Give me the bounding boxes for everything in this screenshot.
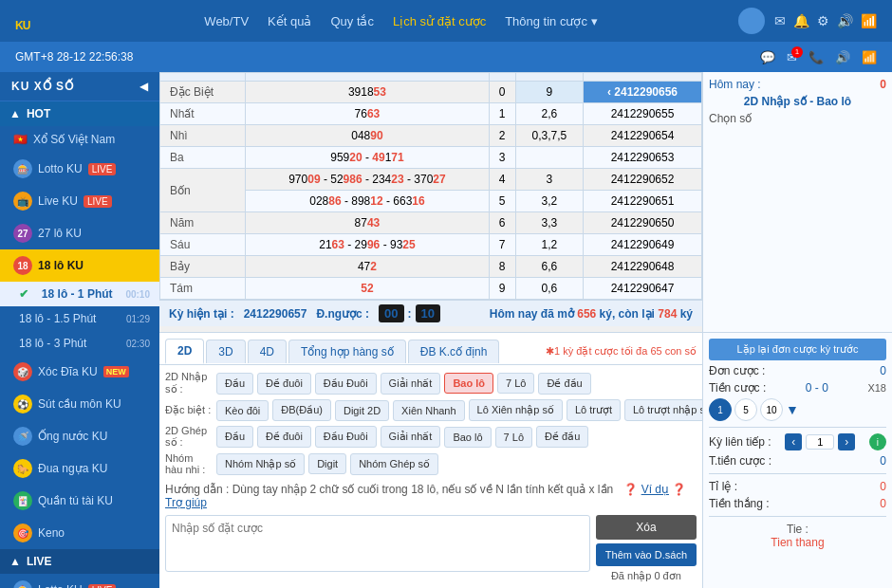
sidebar-item-27loku[interactable]: 27 27 lô KU [0,217,159,249]
mail-icon[interactable]: ✉1 [787,50,797,64]
btn-ghep-7lo[interactable]: 7 Lô [495,427,532,448]
signal-icon[interactable]: 📶 [862,50,877,64]
bell-icon[interactable]: 🔔 [793,13,809,28]
btn-ghep-dedau[interactable]: Đề đầu [536,426,588,448]
wifi-icon[interactable]: 📶 [861,13,877,28]
nav-lichsu[interactable]: Lịch sử đặt cược [393,14,486,28]
sidebar-item-keno[interactable]: 🎯 Keno [0,517,159,549]
seq-minus-btn[interactable]: ‹ [785,433,802,450]
btn-dauduoi[interactable]: Đầu Đuôi [315,373,377,395]
btn-dedau[interactable]: Đề đầu [538,373,590,395]
settings-icon[interactable]: ⚙ [817,13,829,28]
bet-tab-4d[interactable]: 4D [248,340,287,363]
btn-dau[interactable]: Đầu [216,373,253,395]
header-right: ✉ 🔔 ⚙ 🔊 📶 [738,8,877,34]
table-row: Tám 52 9 0,6 2412290647 [160,278,702,300]
mult-btn-1[interactable]: 1 [709,398,732,421]
results-table-wrap: Đặc Biệt 391853 0 9 ‹ 2412290656 Nhất 76… [159,72,702,332]
bet-input[interactable] [165,515,590,572]
bet-tab-3d[interactable]: 3D [206,340,245,363]
bet-tab-2d[interactable]: 2D [165,339,204,364]
btn-xiennhanh[interactable]: Xiên Nhanh [393,400,465,421]
bet-tab-dbkcodinh[interactable]: ĐB K.cố định [408,340,500,363]
phone-icon[interactable]: 📞 [808,50,824,64]
check-icon: ✔ [19,287,28,301]
btn-nhomghepso[interactable]: Nhóm Ghép số [350,453,438,475]
mult-btn-10[interactable]: 10 [760,398,783,421]
row-label-nhat: Nhất [160,103,246,125]
btn-lotruot[interactable]: Lô trượt [567,399,621,421]
mult-more-btn[interactable]: ▼ [786,402,799,417]
row-col2-sau: 7 [489,234,515,256]
message-icon[interactable]: ✉ [774,13,786,28]
seq-plus-btn[interactable]: › [838,433,855,450]
sidebar-sub-18lo-3phut[interactable]: 18 lô - 3 Phút 02:30 [0,331,159,356]
them-button[interactable]: Thêm vào D.sách [596,543,697,566]
tien-thang-label: Tiền thắng : [709,497,770,510]
sidebar-hot-section[interactable]: ▲ HOT [0,101,159,126]
sidebar-item-qantutai[interactable]: 🃏 Quần tú tài KU [0,485,159,517]
btn-7lo[interactable]: 7 Lô [497,373,534,394]
btn-ghep-dauduoi[interactable]: Đầu Đuôi [315,426,377,448]
btn-dbdau[interactable]: ĐB(Đầu) [272,399,331,421]
conlai-count: 784 [658,307,677,321]
btn-ghep-deduoi[interactable]: Đề đuôi [257,426,311,448]
chat-icon[interactable]: 💬 [760,50,775,64]
btn-loxiennhapso[interactable]: Lô Xiên nhập số [469,399,563,421]
bet-tab-tonghop[interactable]: Tổng hợp hàng số [288,340,406,363]
order-panel: Lặp lại đơn cược kỳ trước Đơn cược : 0 T… [702,333,892,588]
nav-webtv[interactable]: Web/TV [204,14,249,28]
sidebar-item-lottoku[interactable]: 🎰 Lotto KU LIVE [0,153,159,185]
sidebar-item-duangua[interactable]: 🐎 Đua ngựa KU [0,452,159,485]
nav-ketqua[interactable]: Kết quả [268,14,311,28]
table-row: Nhất 7663 1 2,6 2412290655 [160,103,702,125]
btn-giainhat[interactable]: Giải nhất [381,373,441,395]
sound-icon[interactable]: 🔊 [837,13,853,28]
btn-digit2d[interactable]: Digit 2D [335,400,389,421]
order-row-ttiencuoc: T.tiền cược : 0 [709,454,886,468]
sidebar-toggle[interactable]: ◀ [139,80,148,93]
btn-deduoi[interactable]: Đề đuôi [257,373,311,395]
btn-ghep-giainhat[interactable]: Giải nhất [381,426,441,448]
btn-digit[interactable]: Digit [308,453,346,474]
btn-lotruotnhapso[interactable]: Lô trượt nhập số [624,399,702,421]
table-row: Bảy 472 8 6,6 2412290648 [160,256,702,278]
nav-thongtin[interactable]: Thông tin cược ▾ [505,14,597,28]
sidebar-item-live-lottoku[interactable]: 🎰 Lotto KU LIVE [0,574,159,588]
repeat-btn[interactable]: Lặp lại đơn cược kỳ trước [709,339,886,360]
btn-keodoi[interactable]: Kèo đôi [216,400,269,421]
seq-input[interactable] [806,434,834,450]
btn-ghep-dau[interactable]: Đầu [216,426,253,448]
sidebar-item-ongnuoc[interactable]: 🚿 Ống nước KU [0,420,159,452]
tro-giup-link[interactable]: Trợ giúp [165,496,207,509]
sidebar-item-sutcau[interactable]: ⚽ Sút cầu môn KU [0,388,159,420]
btn-baolo[interactable]: Bao lô [444,373,493,394]
xoa-button[interactable]: Xóa [596,515,697,540]
nav-quytac[interactable]: Quy tắc [330,14,374,28]
sidebar-live-section[interactable]: ▲ LIVE [0,549,159,574]
order-row-doncuoc: Đơn cược : 0 [709,364,886,377]
vi-du-link[interactable]: Ví dụ [641,483,669,496]
bet-action-col: Xóa Thêm vào D.sách Đã nhập 0 đơn [596,515,697,582]
btn-nhomnhapso[interactable]: Nhóm Nhập số [216,453,305,475]
sidebar-sub-18lo-1phut[interactable]: ✔ 18 lô - 1 Phút 00:10 [0,282,159,306]
sidebar-item-liveku-label: Live KU [38,194,78,208]
sidebar-sub-18lo-15phut[interactable]: 18 lô - 1.5 Phút 01:29 [0,306,159,331]
sidebar-item-xocdia[interactable]: 🎲 Xóc Đĩa KU NEW [0,356,159,388]
row-label-ba: Ba [160,147,246,169]
row-col3-nam: 3,3 [515,212,583,234]
row-id-nam: 2412290650 [584,212,702,234]
sidebar-item-18loku[interactable]: 18 18 lô KU [0,249,159,282]
mult-btn-5[interactable]: 5 [734,398,757,421]
sidebar-item-liveku[interactable]: 📺 Live KU LIVE [0,185,159,217]
row-label-nhi: Nhì [160,125,246,147]
row-col2-bon1: 4 [489,169,515,191]
volume-icon[interactable]: 🔊 [835,50,850,64]
sidebar-header: KU XỔ SỐ ◀ [0,72,159,101]
lottoku-icon: 🎰 [13,159,32,178]
info-btn[interactable]: i [869,433,886,450]
row-numbers-nhi: 04890 [246,125,489,147]
sidebar-item-xosovietnam[interactable]: 🇻🇳 Xổ Số Việt Nam [0,126,159,153]
btn-ghep-baolo[interactable]: Bao lô [444,427,491,448]
sidebar-sub-18lo-1phut-label: 18 lô - 1 Phút [42,287,113,301]
